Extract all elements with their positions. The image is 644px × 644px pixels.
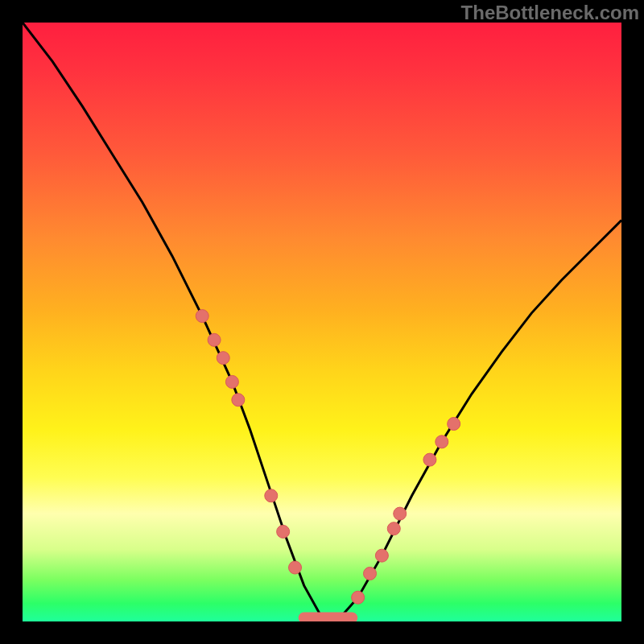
data-marker — [196, 310, 208, 323]
data-marker — [375, 549, 388, 562]
data-marker — [352, 591, 365, 604]
data-marker — [277, 525, 290, 538]
data-marker — [225, 375, 238, 388]
data-marker — [448, 417, 460, 430]
data-marker — [265, 489, 278, 502]
curve-path — [23, 23, 621, 618]
data-markers-left — [196, 310, 301, 574]
data-marker — [289, 561, 302, 574]
data-marker — [232, 394, 245, 407]
data-marker — [217, 352, 229, 365]
plot-area — [23, 23, 621, 621]
data-markers-right — [352, 417, 460, 604]
watermark-label: TheBottleneck.com — [461, 2, 639, 24]
data-marker — [436, 436, 448, 448]
chart-svg — [23, 23, 621, 621]
data-marker — [208, 333, 221, 346]
data-marker — [394, 507, 407, 520]
data-marker — [387, 522, 400, 535]
data-marker — [364, 567, 377, 580]
bottleneck-curve — [23, 23, 621, 618]
data-marker — [423, 453, 436, 466]
frame: TheBottleneck.com — [0, 0, 644, 644]
